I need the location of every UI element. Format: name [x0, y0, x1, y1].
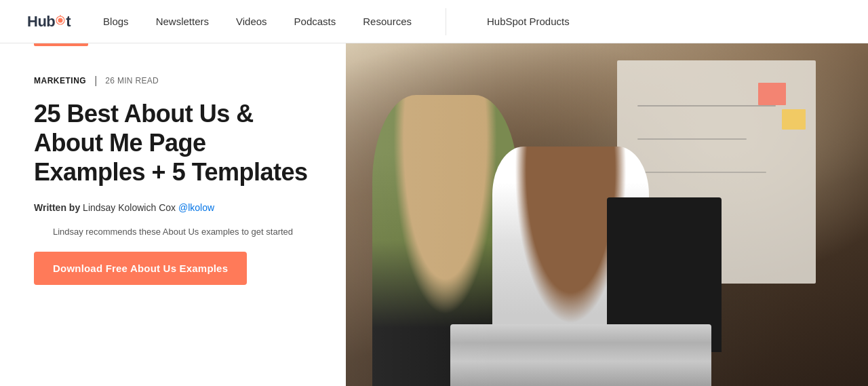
- article-category: MARKETING: [34, 76, 86, 85]
- left-panel: MARKETING | 26 MIN READ 25 Best About Us…: [0, 43, 346, 386]
- logo-text: Hub t: [27, 13, 71, 31]
- nav-links: Blogs Newsletters Videos Podcasts Resour…: [103, 8, 841, 35]
- author-name-text: Lindsay Kolowich Cox: [83, 202, 176, 213]
- nav-newsletters[interactable]: Newsletters: [156, 16, 209, 27]
- photo-overlay: [346, 43, 868, 386]
- navbar: Hub t Blogs Newsletters Videos Podcasts …: [0, 0, 868, 43]
- nav-blogs[interactable]: Blogs: [103, 16, 129, 27]
- nav-podcasts[interactable]: Podcasts: [294, 16, 336, 27]
- label-separator: |: [94, 75, 97, 87]
- main-content: MARKETING | 26 MIN READ 25 Best About Us…: [0, 43, 868, 386]
- category-label: MARKETING | 26 MIN READ: [34, 75, 312, 87]
- nav-resources[interactable]: Resources: [363, 16, 412, 27]
- article-description: Lindsay recommends these About Us exampl…: [34, 225, 312, 239]
- svg-point-0: [58, 18, 63, 22]
- nav-videos[interactable]: Videos: [236, 16, 267, 27]
- nav-hubspot-products[interactable]: HubSpot Products: [487, 16, 570, 27]
- hero-image: [346, 43, 868, 386]
- hero-image-panel: [346, 43, 868, 386]
- top-accent: [34, 43, 88, 46]
- hubspot-logo-icon: [55, 15, 66, 26]
- logo[interactable]: Hub t: [27, 13, 71, 31]
- nav-divider: [446, 8, 446, 35]
- author-line: Written by Lindsay Kolowich Cox @lkolow: [34, 202, 312, 213]
- written-by-label: Written by: [34, 202, 80, 213]
- cta-download-button[interactable]: Download Free About Us Examples: [34, 252, 247, 285]
- author-handle-text[interactable]: @lkolow: [178, 202, 214, 213]
- read-time: 26 MIN READ: [105, 76, 159, 85]
- article-title: 25 Best About Us & About Me Page Example…: [34, 99, 312, 187]
